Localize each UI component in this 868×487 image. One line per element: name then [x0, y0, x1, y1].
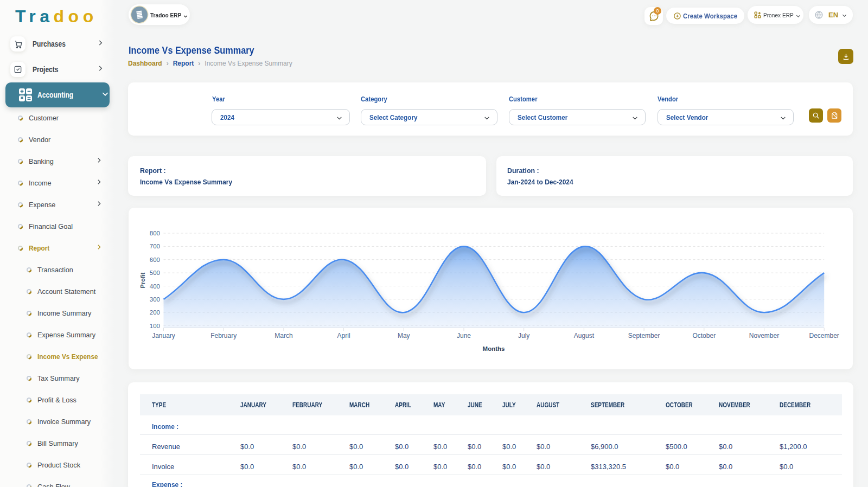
svg-text:100: 100 [150, 323, 160, 329]
svg-text:January: January [152, 332, 175, 339]
svg-text:April: April [337, 332, 350, 339]
svg-text:November: November [749, 332, 779, 339]
svg-text:800: 800 [150, 230, 160, 236]
svg-text:July: July [518, 332, 529, 339]
svg-text:Months: Months [483, 345, 505, 352]
svg-text:December: December [809, 332, 839, 339]
svg-text:June: June [457, 332, 471, 339]
svg-text:February: February [210, 332, 237, 339]
svg-text:Profit: Profit [139, 272, 146, 288]
svg-text:600: 600 [150, 257, 160, 263]
svg-text:March: March [275, 332, 292, 339]
svg-text:October: October [692, 332, 716, 339]
svg-text:September: September [628, 332, 660, 339]
svg-text:400: 400 [150, 283, 160, 290]
svg-text:500: 500 [150, 270, 160, 276]
svg-text:300: 300 [150, 296, 160, 303]
svg-text:200: 200 [150, 309, 160, 316]
svg-text:August: August [574, 332, 595, 339]
svg-text:700: 700 [150, 243, 160, 249]
svg-text:May: May [398, 332, 410, 339]
